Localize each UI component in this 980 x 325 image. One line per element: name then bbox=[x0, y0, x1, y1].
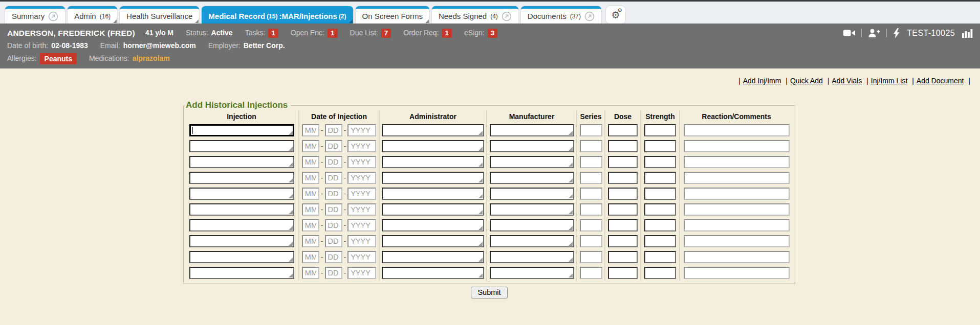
injection-input[interactable] bbox=[189, 251, 294, 263]
strength-input[interactable] bbox=[644, 124, 676, 136]
strength-input[interactable] bbox=[644, 156, 676, 168]
reaction-comments-input[interactable] bbox=[684, 267, 790, 279]
date-month-input[interactable] bbox=[302, 267, 319, 279]
injection-input[interactable] bbox=[189, 156, 294, 168]
allergy-badge[interactable]: Peanuts bbox=[40, 53, 77, 64]
dose-input[interactable] bbox=[608, 203, 638, 216]
administrator-input[interactable] bbox=[382, 140, 484, 152]
open-new-icon[interactable] bbox=[502, 11, 512, 21]
series-input[interactable] bbox=[580, 203, 602, 216]
series-input[interactable] bbox=[580, 140, 602, 152]
strength-input[interactable] bbox=[644, 251, 676, 263]
due-list-count-badge[interactable]: 7 bbox=[381, 29, 391, 38]
manufacturer-input[interactable] bbox=[490, 219, 574, 231]
link-add-vials[interactable]: Add Vials bbox=[832, 77, 862, 85]
administrator-input[interactable] bbox=[382, 188, 484, 200]
series-input[interactable] bbox=[580, 267, 602, 279]
dose-input[interactable] bbox=[608, 172, 638, 184]
dose-input[interactable] bbox=[608, 188, 638, 200]
link-inj-imm-list[interactable]: Inj/Imm List bbox=[871, 77, 908, 85]
date-month-input[interactable] bbox=[302, 124, 319, 136]
tab-needs-signed[interactable]: Needs Signed (4) bbox=[432, 6, 518, 24]
link-add-inj-imm[interactable]: Add Inj/Imm bbox=[743, 77, 781, 85]
date-day-input[interactable] bbox=[325, 219, 342, 231]
injection-input[interactable] bbox=[189, 124, 294, 136]
link-quick-add[interactable]: Quick Add bbox=[790, 77, 823, 85]
reaction-comments-input[interactable] bbox=[684, 235, 790, 247]
date-month-input[interactable] bbox=[302, 251, 319, 263]
date-year-input[interactable] bbox=[347, 188, 376, 200]
date-month-input[interactable] bbox=[302, 172, 319, 184]
date-month-input[interactable] bbox=[302, 203, 319, 216]
esign-count-badge[interactable]: 3 bbox=[488, 29, 498, 38]
manufacturer-input[interactable] bbox=[490, 251, 574, 263]
strength-input[interactable] bbox=[644, 219, 676, 231]
tab-documents[interactable]: Documents (37) bbox=[521, 6, 601, 24]
reaction-comments-input[interactable] bbox=[684, 124, 790, 136]
reaction-comments-input[interactable] bbox=[684, 188, 790, 200]
injection-input[interactable] bbox=[189, 267, 294, 279]
administrator-input[interactable] bbox=[382, 124, 484, 136]
dose-input[interactable] bbox=[608, 251, 638, 263]
date-year-input[interactable] bbox=[347, 235, 376, 247]
manufacturer-input[interactable] bbox=[490, 156, 574, 168]
date-year-input[interactable] bbox=[347, 203, 376, 216]
date-day-input[interactable] bbox=[325, 188, 342, 200]
tab-health-surveillance[interactable]: Health Surveillance bbox=[120, 6, 199, 24]
date-day-input[interactable] bbox=[325, 235, 342, 247]
tab-summary[interactable]: Summary bbox=[5, 6, 65, 24]
date-day-input[interactable] bbox=[325, 124, 342, 136]
tab-admin[interactable]: Admin (16) bbox=[68, 6, 117, 24]
injection-input[interactable] bbox=[189, 188, 294, 200]
strength-input[interactable] bbox=[644, 140, 676, 152]
manufacturer-input[interactable] bbox=[490, 124, 574, 136]
series-input[interactable] bbox=[580, 172, 602, 184]
reaction-comments-input[interactable] bbox=[684, 203, 790, 216]
dose-input[interactable] bbox=[608, 124, 638, 136]
open-new-icon[interactable] bbox=[48, 11, 58, 21]
injection-input[interactable] bbox=[189, 172, 294, 184]
manufacturer-input[interactable] bbox=[490, 267, 574, 279]
strength-input[interactable] bbox=[644, 235, 676, 247]
video-camera-icon[interactable] bbox=[843, 29, 855, 37]
tab-medical-record-mar-injections[interactable]: Medical Record (15) :MAR/Injections (2) bbox=[202, 6, 353, 24]
series-input[interactable] bbox=[580, 156, 602, 168]
strength-input[interactable] bbox=[644, 267, 676, 279]
series-input[interactable] bbox=[580, 251, 602, 263]
series-input[interactable] bbox=[580, 235, 602, 247]
reaction-comments-input[interactable] bbox=[684, 172, 790, 184]
date-month-input[interactable] bbox=[302, 156, 319, 168]
dose-input[interactable] bbox=[608, 235, 638, 247]
manufacturer-input[interactable] bbox=[490, 172, 574, 184]
date-year-input[interactable] bbox=[347, 156, 376, 168]
administrator-input[interactable] bbox=[382, 219, 484, 231]
date-year-input[interactable] bbox=[347, 172, 376, 184]
administrator-input[interactable] bbox=[382, 267, 484, 279]
order-req-count-badge[interactable]: 1 bbox=[442, 29, 452, 38]
link-add-document[interactable]: Add Document bbox=[917, 77, 964, 85]
administrator-input[interactable] bbox=[382, 172, 484, 184]
open-enc-count-badge[interactable]: 1 bbox=[328, 29, 338, 38]
date-month-input[interactable] bbox=[302, 140, 319, 152]
open-new-icon[interactable] bbox=[584, 11, 595, 21]
bar-chart-icon[interactable] bbox=[962, 29, 973, 38]
date-year-input[interactable] bbox=[347, 251, 376, 263]
strength-input[interactable] bbox=[644, 172, 676, 184]
date-month-input[interactable] bbox=[302, 188, 319, 200]
series-input[interactable] bbox=[580, 124, 602, 136]
manufacturer-input[interactable] bbox=[490, 140, 574, 152]
manufacturer-input[interactable] bbox=[490, 235, 574, 247]
reaction-comments-input[interactable] bbox=[684, 219, 790, 231]
dose-input[interactable] bbox=[608, 156, 638, 168]
administrator-input[interactable] bbox=[382, 203, 484, 216]
manufacturer-input[interactable] bbox=[490, 188, 574, 200]
settings-button[interactable]: ⚙ ⚙ bbox=[606, 6, 625, 24]
reaction-comments-input[interactable] bbox=[684, 251, 790, 263]
date-month-input[interactable] bbox=[302, 235, 319, 247]
dose-input[interactable] bbox=[608, 219, 638, 231]
submit-button[interactable]: Submit bbox=[471, 287, 507, 298]
manufacturer-input[interactable] bbox=[490, 203, 574, 216]
date-day-input[interactable] bbox=[325, 203, 342, 216]
date-day-input[interactable] bbox=[325, 172, 342, 184]
strength-input[interactable] bbox=[644, 188, 676, 200]
